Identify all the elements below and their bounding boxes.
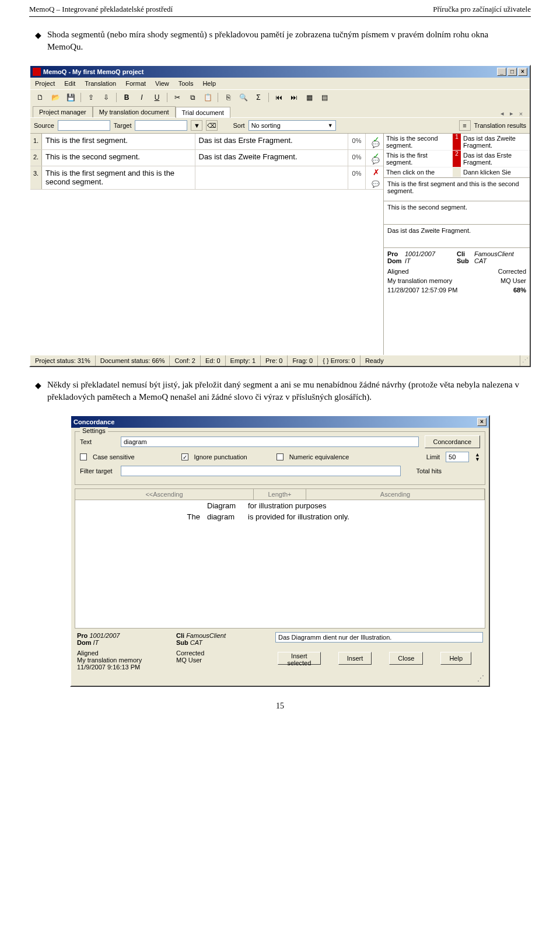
tab-project-manager[interactable]: Project manager: [33, 106, 93, 117]
result-row[interactable]: Then click on the Dann klicken Sie: [384, 167, 530, 177]
header-right: Příručka pro začínající uživatele: [433, 5, 531, 14]
text-input[interactable]: [121, 437, 419, 447]
cross-icon: ✗: [373, 167, 380, 177]
minimize-button[interactable]: _: [497, 68, 506, 76]
hdr-ascending-right[interactable]: Ascending: [306, 489, 485, 500]
hdr-length[interactable]: Length+: [254, 489, 306, 500]
bullet-icon: ◆: [35, 379, 41, 403]
percent-cell: 0%: [348, 166, 366, 189]
hdr-ascending-left[interactable]: <<Ascending: [75, 489, 254, 500]
percent-cell: 0%: [348, 150, 366, 166]
meta-pro-value: 1001/2007: [405, 250, 457, 257]
meta-user: MQ User: [501, 277, 526, 284]
ignore-checkbox[interactable]: ✓: [181, 453, 188, 460]
tool-tm-icon[interactable]: ▦: [303, 92, 316, 103]
tool-stats-icon[interactable]: Σ: [252, 92, 265, 103]
dialog-close-button[interactable]: ×: [477, 418, 487, 426]
grid-row[interactable]: 3. This is the first segment and this is…: [30, 166, 383, 190]
tool-underline-icon[interactable]: U: [150, 92, 163, 103]
tool-find-icon[interactable]: 🔍: [237, 92, 250, 103]
tool-paste-icon[interactable]: 📋: [201, 92, 214, 103]
spinner-icon[interactable]: ▲▼: [475, 452, 480, 462]
menu-format[interactable]: Format: [125, 80, 146, 87]
tab-next-icon[interactable]: ▸: [508, 110, 516, 117]
comment-icon[interactable]: 💬: [372, 157, 380, 165]
filter-input[interactable]: [121, 466, 401, 476]
grid-row[interactable]: 1. This is the first segment. Das ist da…: [30, 134, 383, 150]
tool-copy-icon[interactable]: ⧉: [186, 92, 199, 103]
list-row[interactable]: Diagram for illustration purposes: [75, 500, 485, 511]
sort-combo[interactable]: No sorting ▼: [249, 120, 336, 131]
menu-tools[interactable]: Tools: [178, 80, 194, 87]
comment-icon[interactable]: 💬: [372, 141, 380, 148]
meta-score: 68%: [513, 287, 526, 294]
tool-cut-icon[interactable]: ✂: [171, 92, 184, 103]
tool-save-icon[interactable]: 💾: [64, 92, 77, 103]
meta-cli-label: Cli: [457, 250, 474, 257]
results-icon[interactable]: ≡: [459, 120, 471, 131]
menu-translation[interactable]: Translation: [85, 80, 116, 87]
help-button[interactable]: Help: [440, 652, 471, 665]
tool-prev-icon[interactable]: ⏮: [272, 92, 285, 103]
tab-prev-icon[interactable]: ◂: [498, 110, 506, 117]
tool-export-icon[interactable]: ⇪: [85, 92, 97, 103]
close-button[interactable]: ×: [518, 68, 527, 76]
tool-import-icon[interactable]: ⇩: [100, 92, 113, 103]
tool-next-icon[interactable]: ⏭: [288, 92, 300, 103]
source-label: Source: [34, 122, 54, 129]
result-row[interactable]: This is the first segment. 2 Das ist das…: [384, 151, 530, 167]
tab-close-icon[interactable]: ×: [517, 110, 525, 117]
concordance-list[interactable]: Diagram for illustration purposes The di…: [75, 500, 485, 629]
dialog-resize-grip-icon[interactable]: ⋰: [75, 674, 485, 682]
tool-tag-icon[interactable]: ⎘: [222, 92, 235, 103]
row-right: is provided for illustration only.: [244, 512, 485, 521]
source-cell[interactable]: This is the first segment and this is th…: [42, 166, 195, 189]
target-cell[interactable]: [195, 166, 349, 189]
menu-help[interactable]: Help: [202, 80, 216, 87]
menu-project[interactable]: Project: [35, 80, 55, 87]
source-cell[interactable]: This is the first segment.: [42, 134, 195, 149]
case-checkbox[interactable]: [80, 453, 87, 460]
menu-edit[interactable]: Edit: [64, 80, 75, 87]
target-filter-input[interactable]: [135, 120, 187, 131]
row-right: for illustration purposes: [244, 501, 485, 510]
titlebar[interactable]: MemoQ - My first MemoQ project _ □ ×: [30, 66, 530, 78]
dmeta-dom-v: IT: [93, 639, 99, 646]
insert-button[interactable]: Insert: [338, 652, 372, 665]
close-dialog-button[interactable]: Close: [389, 652, 423, 665]
tool-tb-icon[interactable]: ▤: [318, 92, 331, 103]
menubar: Project Edit Translation Format View Too…: [30, 78, 530, 89]
result-number: 1: [453, 134, 461, 150]
limit-input[interactable]: [446, 452, 469, 462]
tool-bold-icon[interactable]: B: [120, 92, 133, 103]
tab-my-translation[interactable]: My translation document: [93, 106, 176, 117]
meta-dom-value: IT: [405, 257, 457, 264]
result-source: This is the second segment.: [384, 134, 453, 150]
target-cell[interactable]: Das ist das Erste Fragment.: [195, 134, 349, 149]
source-cell[interactable]: This is the second segment.: [42, 150, 195, 166]
tool-open-icon[interactable]: 📂: [49, 92, 62, 103]
concordance-button[interactable]: Concordance: [425, 435, 480, 448]
insert-selected-button[interactable]: Insert selected: [278, 652, 321, 665]
grid-row[interactable]: 2. This is the second segment. Das ist d…: [30, 150, 383, 166]
target-cell[interactable]: Das ist das Zweite Fragment.: [195, 150, 349, 166]
tool-italic-icon[interactable]: I: [135, 92, 148, 103]
tool-new-icon[interactable]: 🗋: [34, 92, 47, 103]
numeric-checkbox[interactable]: [276, 453, 284, 460]
status-document: Document status: 66%: [96, 355, 170, 366]
filter-clear-icon[interactable]: ⌫: [206, 120, 218, 131]
dialog-titlebar[interactable]: Concordance ×: [71, 416, 489, 428]
source-filter-input[interactable]: [58, 120, 110, 131]
result-meta2: Aligned Corrected: [384, 267, 530, 276]
result-row[interactable]: This is the second segment. 1 Das ist da…: [384, 134, 530, 151]
filter-funnel-icon[interactable]: ▼: [191, 120, 202, 131]
comment-icon[interactable]: 💬: [372, 180, 380, 188]
row-left: [75, 501, 204, 510]
target-preview[interactable]: [275, 632, 483, 643]
list-row[interactable]: The diagram is provided for illustration…: [75, 511, 485, 522]
maximize-button[interactable]: □: [508, 68, 517, 76]
tab-trial-document[interactable]: Trial document: [176, 107, 230, 118]
grid-empty-area: [30, 190, 383, 355]
menu-view[interactable]: View: [155, 80, 169, 87]
resize-grip-icon[interactable]: ⋰: [520, 355, 530, 366]
